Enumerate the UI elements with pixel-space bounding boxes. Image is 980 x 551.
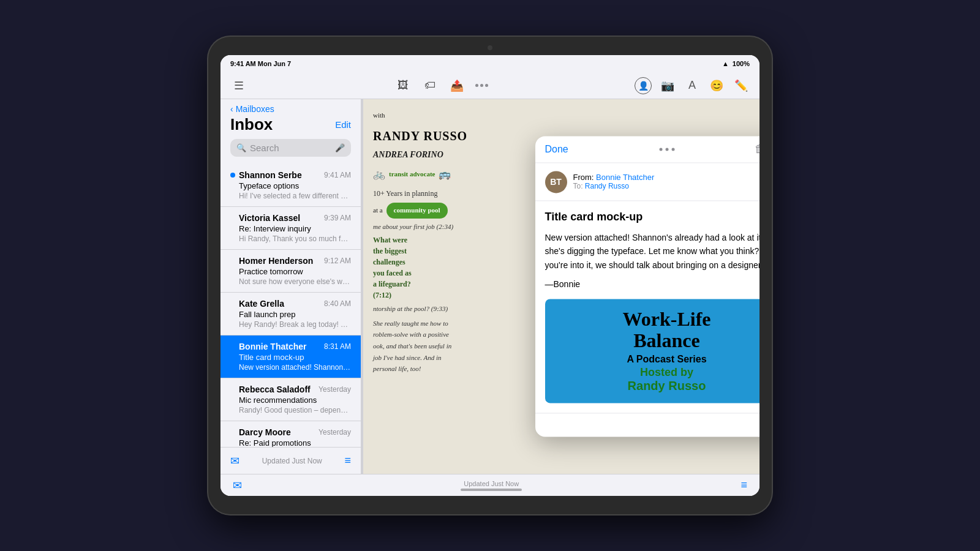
main-content: ‹ Mailboxes Inbox Edit 🔍 Search 🎤: [221, 99, 760, 474]
mail-sender: Kate Grella: [239, 299, 284, 309]
notes-with-label: with: [373, 109, 750, 122]
mail-time: 9:41 AM: [324, 171, 351, 179]
sidebar-footer: ✉ Updated Just Now ≡: [221, 447, 361, 474]
search-icon: 🔍: [236, 143, 246, 152]
mail-preview: Hey Randy! Break a leg today! Once you'v…: [239, 320, 351, 329]
status-bar-right: ▲ 100%: [722, 60, 750, 67]
compose-bottom-icon[interactable]: ✉: [233, 479, 242, 492]
unread-indicator: [230, 173, 235, 178]
sidebar-toggle-icon[interactable]: ☰: [230, 77, 247, 94]
status-time: 9:41 AM Mon Jun 7: [230, 60, 291, 67]
podcast-hosted-by: Hosted by: [623, 367, 711, 380]
mail-subject: Re: Interview inquiry: [239, 224, 351, 233]
mail-subject: Title card mock-up: [239, 353, 351, 362]
tag-icon[interactable]: 🏷: [421, 77, 439, 94]
wifi-icon: ▲: [722, 60, 729, 67]
mic-icon: 🎤: [335, 143, 345, 152]
transit-text: transit advocate: [389, 168, 435, 181]
battery-icon: 100%: [733, 60, 750, 67]
mail-item[interactable]: Shannon Serbe 9:41 AM Typeface options H…: [221, 164, 361, 207]
ipad-device: 9:41 AM Mon Jun 7 ▲ 100% ☰ 🖼 🏷 📤: [208, 37, 772, 514]
done-button[interactable]: Done: [545, 144, 568, 155]
edit-button[interactable]: Edit: [335, 119, 351, 130]
modal-action-icons: 🗑 📁: [755, 143, 760, 156]
inbox-title: Inbox: [230, 115, 273, 134]
filter-button[interactable]: ≡: [344, 454, 351, 467]
search-placeholder: Search: [250, 143, 331, 153]
mail-item-selected[interactable]: Bonnie Thatcher 8:31 AM Title card mock-…: [221, 335, 361, 378]
inbox-header: Inbox Edit: [230, 115, 351, 134]
top-toolbar-left: ☰: [230, 77, 247, 94]
mail-subject: Mic recommendations: [239, 395, 351, 405]
dot-2: [665, 148, 668, 151]
people-icon[interactable]: 👤: [635, 77, 652, 94]
status-bar-left: 9:41 AM Mon Jun 7: [230, 60, 291, 67]
to-line: To: Randy Russo: [573, 182, 756, 190]
from-label: From:: [573, 173, 594, 182]
compose-icon[interactable]: ✏️: [733, 77, 750, 94]
mail-item[interactable]: Kate Grella 8:40 AM Fall launch prep Hey…: [221, 293, 361, 335]
mail-subject: Fall launch prep: [239, 310, 351, 319]
sender-info: From: Bonnie Thatcher To: Randy Russo: [573, 173, 756, 190]
mail-item-content: Kate Grella 8:40 AM Fall launch prep Hey…: [239, 299, 351, 329]
compose-button[interactable]: ✉: [230, 454, 239, 468]
community-pool-badge: community pool: [386, 203, 448, 219]
mail-item-content: Homer Henderson 9:12 AM Practice tomorro…: [239, 256, 351, 286]
status-bar: 9:41 AM Mon Jun 7 ▲ 100%: [221, 55, 760, 72]
home-indicator: [461, 489, 522, 491]
podcast-title-line2: Balance: [623, 331, 711, 352]
mail-sidebar: ‹ Mailboxes Inbox Edit 🔍 Search 🎤: [221, 99, 361, 474]
mail-preview: Hi Randy, Thank you so much for thinking…: [239, 234, 351, 243]
podcast-series-label: A Podcast Series: [623, 354, 711, 365]
mail-item-content: Darcy Moore Yesterday Re: Paid promotion…: [239, 427, 351, 447]
text-icon[interactable]: A: [684, 77, 701, 94]
to-label: To:: [573, 182, 583, 190]
photo-icon[interactable]: 🖼: [394, 77, 412, 94]
to-name[interactable]: Randy Russo: [585, 182, 629, 190]
bike-icon: 🚲: [373, 166, 385, 184]
mail-body: Title card mock-up New version attached!…: [535, 201, 760, 413]
mail-time: Yesterday: [318, 428, 351, 437]
mail-item-content: Victoria Kassel 9:39 AM Re: Interview in…: [239, 213, 351, 243]
podcast-title-line1: Work-Life: [623, 309, 711, 330]
mail-sender: Victoria Kassel: [239, 213, 300, 223]
from-line: From: Bonnie Thatcher: [573, 173, 756, 182]
filter-bottom-icon[interactable]: ≡: [741, 479, 747, 492]
footer-status: Updated Just Now: [262, 457, 322, 465]
back-chevron-icon: ‹: [230, 104, 233, 114]
mail-from-section: BT From: Bonnie Thatcher To: Randy Russo: [535, 163, 760, 201]
mail-item[interactable]: Victoria Kassel 9:39 AM Re: Interview in…: [221, 207, 361, 250]
mail-item[interactable]: Rebecca Saladoff Yesterday Mic recommend…: [221, 378, 361, 421]
mail-item[interactable]: Homer Henderson 9:12 AM Practice tomorro…: [221, 250, 361, 293]
dot3: [485, 84, 488, 87]
mail-item-content: Rebecca Saladoff Yesterday Mic recommend…: [239, 384, 351, 414]
podcast-host-name: Randy Russo: [623, 380, 711, 394]
search-box[interactable]: 🔍 Search 🎤: [230, 139, 351, 157]
mail-item[interactable]: Darcy Moore Yesterday Re: Paid promotion…: [221, 421, 361, 447]
top-toolbar: ☰ 🖼 🏷 📤 👤 📷 A 😊 ✏️: [221, 72, 760, 99]
bottom-center: Updated Just Now: [461, 480, 522, 491]
back-button[interactable]: ‹ Mailboxes: [230, 104, 351, 114]
mail-sender: Rebecca Saladoff: [239, 384, 311, 394]
mail-subject: Re: Paid promotions: [239, 438, 351, 447]
mail-subject: Typeface options: [239, 181, 351, 190]
share-icon[interactable]: 📤: [448, 77, 466, 94]
mail-sender: Shannon Serbe: [239, 170, 302, 180]
top-toolbar-center: 🖼 🏷 📤: [394, 77, 488, 94]
mail-preview: Not sure how everyone else's week is goi…: [239, 277, 351, 286]
camera-icon[interactable]: 📷: [659, 77, 676, 94]
mail-preview: Hi! I've selected a few different potent…: [239, 192, 351, 200]
mail-preview: New version attached! Shannon's already …: [239, 363, 351, 372]
bottom-status: Updated Just Now: [464, 480, 519, 487]
ipad-screen: 9:41 AM Mon Jun 7 ▲ 100% ☰ 🖼 🏷 📤: [221, 55, 760, 496]
from-name[interactable]: Bonnie Thatcher: [596, 173, 654, 182]
mail-body-text: New version attached! Shannon's already …: [545, 231, 760, 272]
trash-icon[interactable]: 🗑: [755, 143, 760, 156]
mail-detail-modal: Done 🗑 📁 BT: [535, 136, 760, 437]
sidebar-header: ‹ Mailboxes Inbox Edit 🔍 Search 🎤: [221, 99, 361, 164]
emoji-icon[interactable]: 😊: [708, 77, 725, 94]
mail-item-content: Shannon Serbe 9:41 AM Typeface options H…: [239, 170, 351, 200]
mail-item-content: Bonnie Thatcher 8:31 AM Title card mock-…: [239, 342, 351, 372]
podcast-text: Work-Life Balance A Podcast Series Hoste…: [623, 309, 711, 393]
ipad-bottom-bar: ✉ Updated Just Now ≡: [221, 474, 760, 496]
